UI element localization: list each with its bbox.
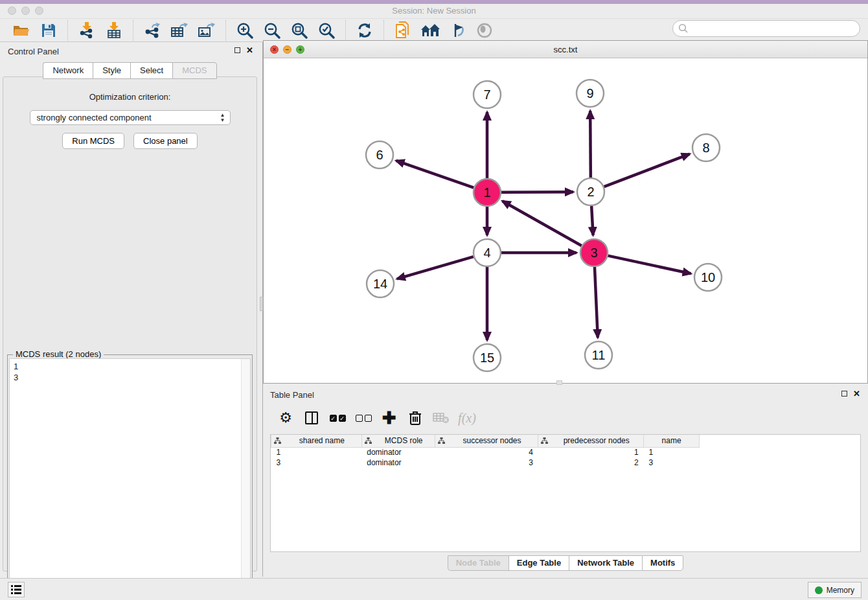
table-cell[interactable]: 1 [644,447,700,457]
node-label-3: 3 [590,246,597,260]
float-table-panel-icon[interactable] [841,391,847,397]
column-header-name[interactable]: name [644,435,700,447]
column-type-icon [274,437,281,444]
tab-edge-table[interactable]: Edge Table [508,555,569,571]
table-cell[interactable]: 1 [271,447,362,457]
horizontal-divider-grip[interactable] [556,380,562,385]
table-cell[interactable]: dominator [361,457,435,468]
node-label-7: 7 [483,87,490,102]
table-header: shared nameMCDS rolesuccessor nodesprede… [271,435,700,447]
save-session-button[interactable] [39,21,58,40]
home-button[interactable] [420,21,440,40]
criterion-dropdown[interactable]: strongly connected component ▲▼ [30,110,231,125]
edge-2-8[interactable] [604,154,690,187]
apply-layout-button[interactable] [355,21,374,40]
show-columns-button[interactable] [302,408,321,428]
export-table-button[interactable] [170,21,189,40]
mcds-result-title: MCDS result (2 nodes) [13,349,104,359]
add-column-button[interactable]: ✚ [380,408,399,428]
tab-motifs[interactable]: Motifs [642,555,683,571]
mcds-result-list[interactable]: 13 [9,358,251,600]
network-window-titlebar[interactable]: × − + scc.txt [264,41,867,58]
float-panel-icon[interactable] [234,47,240,53]
table-cell[interactable]: 4 [435,447,538,457]
tab-select[interactable]: Select [130,62,172,79]
show-panels-button[interactable] [8,582,25,597]
checked-checkboxes-icon: ✓✓ [330,415,346,422]
node-label-15: 15 [480,351,494,365]
import-table-button[interactable] [104,21,124,40]
toolbar-separator [133,20,133,41]
style-flag-icon [449,23,466,38]
tab-mcds[interactable]: MCDS [172,62,216,79]
control-panel-tabs: NetworkStyleSelectMCDS [0,62,260,79]
column-header-successor-nodes[interactable]: successor nodes [435,435,538,447]
network-canvas[interactable]: 7968124314101511 [264,58,867,383]
table-cell[interactable]: 1 [538,447,644,457]
delete-table-button[interactable] [431,408,451,428]
table-cell[interactable]: 3 [271,457,362,468]
zoom-fit-button[interactable] [290,21,309,40]
table-row[interactable]: 1dominator411 [271,447,700,457]
edge-3-10[interactable] [608,256,691,274]
edge-1-6[interactable] [396,161,474,188]
table-panel-tabs: Node TableEdge TableNetwork TableMotifs [263,555,868,571]
edge-1-2[interactable] [501,192,573,192]
zoom-selected-button[interactable] [317,21,336,40]
memory-button[interactable]: Memory [808,582,862,598]
close-table-panel-icon[interactable]: ✕ [853,390,860,397]
memory-label: Memory [827,586,854,595]
column-label: MCDS role [376,436,432,445]
export-image-button[interactable] [197,21,216,40]
edge-2-9[interactable] [590,111,591,178]
export-network-button[interactable] [143,21,162,40]
node-label-14: 14 [373,277,387,291]
search-field[interactable] [672,20,860,37]
table-cell[interactable]: 3 [435,457,538,468]
close-panel-button[interactable]: Close panel [133,133,198,149]
zoom-in-button[interactable] [235,21,255,40]
select-all-columns-button[interactable]: ✓✓ [328,408,347,428]
table-panel: Table Panel ✕ ⚙ ✓✓ ✚ [263,386,868,577]
open-session-button[interactable] [12,21,31,40]
edge-2-3[interactable] [591,206,593,235]
result-scrollbar[interactable] [241,359,250,599]
hide-graphics-details-button[interactable] [475,21,494,40]
tab-network-table[interactable]: Network Table [569,555,642,571]
zoom-out-icon [264,22,280,39]
edge-3-11[interactable] [595,267,598,338]
new-network-from-selection-button[interactable] [393,21,413,40]
tab-network[interactable]: Network [43,62,93,79]
tab-style[interactable]: Style [93,62,130,79]
columns-icon [305,411,318,424]
node-label-9: 9 [586,86,593,100]
export-network-icon [144,22,161,39]
table-cell[interactable]: 2 [538,457,644,468]
node-label-8: 8 [702,141,709,155]
table-cell[interactable]: 3 [644,457,700,468]
edge-3-1[interactable] [503,201,582,246]
table-cell[interactable]: dominator [361,447,435,457]
import-network-icon [79,22,95,39]
deselect-all-columns-button[interactable] [354,408,373,428]
style-preview-button[interactable] [448,21,467,40]
column-header-predecessor-nodes[interactable]: predecessor nodes [538,435,644,447]
run-mcds-button[interactable]: Run MCDS [62,133,124,149]
column-label: name [646,436,696,445]
delete-column-button[interactable] [405,408,425,428]
close-panel-icon[interactable]: ✕ [246,47,253,54]
mcds-tab-content: Optimization criterion: strongly connect… [3,76,257,571]
table-toolbar: ⚙ ✓✓ ✚ f(x) [269,404,862,432]
import-network-button[interactable] [77,21,97,40]
plus-icon: ✚ [382,411,396,425]
column-header-MCDS-role[interactable]: MCDS role [361,435,435,447]
zoom-out-button[interactable] [262,21,282,40]
function-builder-button[interactable]: f(x) [457,408,477,428]
column-label: predecessor nodes [552,436,641,445]
tab-node-table[interactable]: Node Table [448,555,508,571]
table-row[interactable]: 3dominator323 [271,457,700,468]
zoom-in-icon [236,22,253,39]
edge-4-14[interactable] [397,257,474,279]
column-header-shared-name[interactable]: shared name [271,435,362,447]
table-settings-button[interactable]: ⚙ [276,408,295,428]
